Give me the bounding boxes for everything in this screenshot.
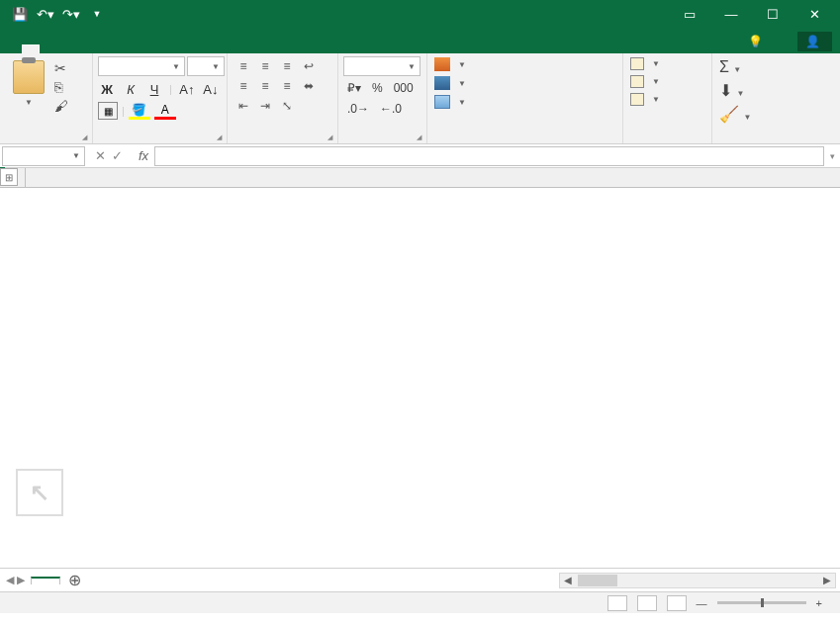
font-shrink-button[interactable]: A↓ (202, 80, 220, 98)
zoom-out-button[interactable]: — (697, 597, 707, 609)
group-editing-label (717, 140, 835, 142)
close-icon[interactable]: ✕ (800, 7, 828, 22)
qat-dropdown-icon[interactable]: ▼ (85, 2, 109, 26)
view-page-layout-icon[interactable] (637, 595, 657, 611)
group-font-label (98, 140, 222, 142)
cell-styles-icon (434, 95, 450, 109)
comma-button[interactable]: 000 (390, 79, 418, 97)
font-size-select[interactable]: ▼ (187, 56, 225, 76)
tab-home[interactable] (22, 45, 40, 53)
horizontal-scrollbar[interactable]: ◀ ▶ (559, 573, 836, 588)
group-number: ▼ ₽▾ % 000 .0→ ←.0 (338, 53, 427, 143)
tab-data[interactable] (93, 44, 111, 53)
number-format-select[interactable]: ▼ (343, 56, 420, 76)
undo-icon[interactable]: ↶▾ (34, 2, 57, 26)
cell-styles-button[interactable]: ▼ (432, 94, 468, 110)
font-grow-button[interactable]: A↑ (178, 80, 196, 98)
tab-insert[interactable] (40, 44, 57, 53)
decimal-decrease-button[interactable]: ←.0 (376, 100, 406, 118)
tab-page-layout[interactable] (57, 44, 75, 53)
tab-acrobat[interactable] (164, 44, 182, 53)
align-middle-icon[interactable]: ≡ (256, 58, 274, 74)
format-painter-icon[interactable]: 🖌 (54, 98, 68, 114)
format-cells-icon (630, 93, 644, 106)
sheet-nav[interactable]: ◀ ▶ (0, 574, 31, 586)
currency-button[interactable]: ₽▾ (343, 79, 365, 97)
tab-file[interactable] (0, 44, 22, 53)
save-icon[interactable]: 💾 (8, 2, 32, 26)
align-right-icon[interactable]: ≡ (278, 78, 296, 94)
lightbulb-icon: 💡 (748, 35, 763, 48)
view-page-break-icon[interactable] (667, 595, 687, 611)
italic-button[interactable]: К (122, 80, 140, 98)
sign-in-button[interactable] (776, 37, 793, 46)
indent-decrease-icon[interactable]: ⇤ (234, 98, 252, 114)
spreadsheet-grid[interactable]: ⊞ ↖ (0, 168, 840, 568)
align-top-icon[interactable]: ≡ (234, 58, 252, 74)
maximize-icon[interactable]: ☐ (759, 7, 787, 22)
name-box[interactable]: ▼ (2, 146, 85, 166)
conditional-format-button[interactable]: ▼ (432, 56, 468, 72)
delete-cells-icon (630, 75, 644, 88)
align-bottom-icon[interactable]: ≡ (278, 58, 296, 74)
group-styles-label (432, 140, 617, 142)
bold-button[interactable]: Ж (98, 80, 116, 98)
percent-button[interactable]: % (368, 79, 387, 97)
zoom-in-button[interactable]: + (816, 597, 822, 609)
group-cells-label (628, 140, 706, 142)
fill-button[interactable]: ⬇ ▼ (719, 81, 751, 100)
formula-bar-expand-icon[interactable]: ▾ (824, 151, 840, 161)
tab-view[interactable] (129, 44, 146, 53)
fill-color-button[interactable]: 🪣 (129, 102, 150, 120)
minimize-icon[interactable]: — (717, 7, 745, 22)
wrap-text-icon[interactable]: ↩ (304, 58, 314, 74)
delete-cells-button[interactable]: ▼ (628, 74, 662, 89)
tab-formulas[interactable] (75, 44, 93, 53)
view-normal-icon[interactable] (607, 595, 627, 611)
group-clipboard-label (5, 140, 87, 142)
sheet-tab-active[interactable] (31, 577, 60, 584)
format-as-table-button[interactable]: ▼ (432, 75, 468, 91)
title-bar: 💾 ↶▾ ↷▾ ▼ ▭ — ☐ ✕ (0, 0, 840, 28)
font-name-select[interactable]: ▼ (98, 56, 185, 76)
tab-review[interactable] (111, 44, 129, 53)
group-cells: ▼ ▼ ▼ (623, 53, 712, 143)
column-headers (0, 168, 840, 188)
indent-increase-icon[interactable]: ⇥ (256, 98, 274, 114)
cut-icon[interactable]: ✂ (54, 60, 68, 76)
insert-cells-icon (630, 57, 644, 70)
insert-function-icon[interactable]: fx (133, 148, 154, 163)
paste-button[interactable]: ▼ (5, 56, 52, 107)
copy-icon[interactable]: ⎘ (54, 79, 68, 95)
enter-formula-icon[interactable]: ✓ (112, 148, 123, 163)
merge-cells-icon[interactable]: ⬌ (304, 78, 314, 94)
add-sheet-button[interactable]: ⊕ (60, 569, 89, 591)
formula-bar[interactable] (154, 146, 824, 166)
status-bar: — + (0, 591, 840, 613)
zoom-slider[interactable] (717, 601, 806, 604)
cancel-formula-icon[interactable]: ✕ (95, 148, 106, 163)
font-color-button[interactable]: A (154, 102, 176, 120)
scroll-right-icon[interactable]: ▶ (819, 575, 835, 585)
tab-abbyy[interactable] (146, 44, 164, 53)
ribbon-options-icon[interactable]: ▭ (676, 7, 703, 22)
scroll-left-icon[interactable]: ◀ (560, 575, 576, 585)
grid-rows (0, 188, 840, 568)
autosum-button[interactable]: Σ ▼ (719, 58, 751, 76)
share-button[interactable]: 👤 (797, 32, 832, 51)
scroll-thumb[interactable] (578, 575, 617, 586)
format-cells-button[interactable]: ▼ (628, 92, 662, 107)
align-left-icon[interactable]: ≡ (234, 78, 252, 94)
align-center-icon[interactable]: ≡ (256, 78, 274, 94)
redo-icon[interactable]: ↷▾ (59, 2, 83, 26)
conditional-format-icon (434, 57, 450, 71)
borders-button[interactable]: ▦ (98, 102, 118, 120)
group-font: ▼ ▼ Ж К Ч | A↑ A↓ ▦ | 🪣 A (93, 53, 228, 143)
orientation-icon[interactable]: ⤡ (278, 98, 296, 114)
underline-button[interactable]: Ч (145, 80, 163, 98)
clear-button[interactable]: 🧹 ▼ (719, 105, 751, 124)
decimal-increase-button[interactable]: .0→ (343, 100, 373, 118)
tell-me[interactable]: 💡 (739, 30, 772, 53)
autofill-options-icon[interactable]: ⊞ (0, 168, 18, 186)
insert-cells-button[interactable]: ▼ (628, 56, 662, 71)
